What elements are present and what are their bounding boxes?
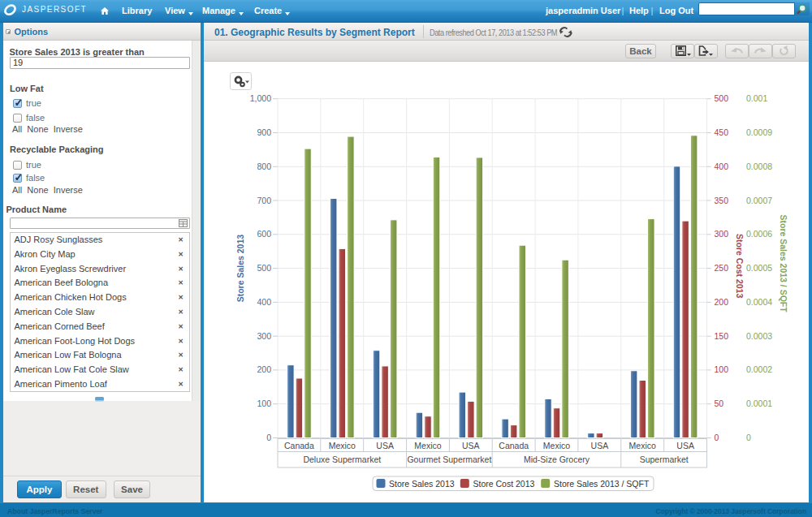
svg-text:1,000: 1,000	[250, 93, 271, 103]
svg-text:100: 100	[715, 364, 729, 374]
svg-text:400: 400	[715, 162, 729, 171]
svg-text:500: 500	[257, 263, 271, 273]
svg-text:900: 900	[257, 127, 271, 137]
svg-text:700: 700	[257, 196, 271, 205]
svg-text:0: 0	[715, 433, 719, 442]
svg-text:0.0008: 0.0008	[746, 162, 772, 171]
svg-text:Supermarket: Supermarket	[640, 455, 689, 464]
svg-text:Gourmet Supermarket: Gourmet Supermarket	[407, 455, 491, 464]
svg-text:Store Sales 2013: Store Sales 2013	[235, 235, 245, 303]
svg-text:0.0005: 0.0005	[746, 263, 772, 273]
svg-text:0.0002: 0.0002	[746, 364, 772, 374]
svg-text:0.0007: 0.0007	[746, 196, 772, 205]
svg-text:Store Sales 2013 / SQFT: Store Sales 2013 / SQFT	[554, 479, 650, 489]
svg-text:Canada: Canada	[499, 441, 529, 450]
svg-text:200: 200	[257, 364, 271, 374]
svg-text:USA: USA	[591, 441, 609, 450]
svg-text:Canada: Canada	[284, 441, 314, 450]
svg-text:0.0009: 0.0009	[746, 127, 772, 137]
svg-text:500: 500	[715, 93, 729, 103]
svg-text:100: 100	[257, 399, 271, 408]
svg-text:0.0003: 0.0003	[746, 331, 772, 341]
svg-text:0.0004: 0.0004	[746, 297, 772, 307]
svg-text:200: 200	[715, 297, 729, 307]
svg-text:0: 0	[266, 433, 271, 442]
svg-text:USA: USA	[376, 441, 394, 450]
svg-text:400: 400	[257, 297, 271, 307]
svg-text:450: 450	[715, 127, 729, 137]
svg-text:Mexico: Mexico	[414, 441, 441, 450]
svg-text:Store Sales 2013 / SQFT: Store Sales 2013 / SQFT	[779, 214, 788, 312]
svg-text:USA: USA	[676, 441, 694, 450]
svg-text:Mexico: Mexico	[543, 441, 570, 450]
svg-text:Deluxe Supermarket: Deluxe Supermarket	[303, 455, 381, 464]
svg-text:800: 800	[257, 162, 271, 171]
svg-text:Store Sales 2013: Store Sales 2013	[389, 479, 455, 489]
svg-text:0.001: 0.001	[746, 93, 767, 103]
svg-text:600: 600	[257, 229, 271, 239]
svg-text:50: 50	[715, 399, 724, 408]
svg-text:Mid-Size Grocery: Mid-Size Grocery	[524, 455, 590, 464]
svg-text:Store Cost 2013: Store Cost 2013	[473, 479, 535, 489]
svg-text:350: 350	[715, 196, 729, 205]
svg-text:Mexico: Mexico	[329, 441, 356, 450]
svg-text:Store Cost 2013: Store Cost 2013	[735, 234, 745, 299]
svg-text:Mexico: Mexico	[629, 441, 656, 450]
svg-text:0.0006: 0.0006	[746, 229, 772, 239]
svg-text:0: 0	[746, 433, 751, 442]
svg-text:250: 250	[715, 263, 729, 273]
svg-text:300: 300	[715, 229, 729, 239]
svg-text:150: 150	[715, 331, 729, 341]
svg-text:USA: USA	[462, 441, 480, 450]
svg-text:0.0001: 0.0001	[746, 399, 772, 408]
svg-text:300: 300	[257, 331, 271, 341]
